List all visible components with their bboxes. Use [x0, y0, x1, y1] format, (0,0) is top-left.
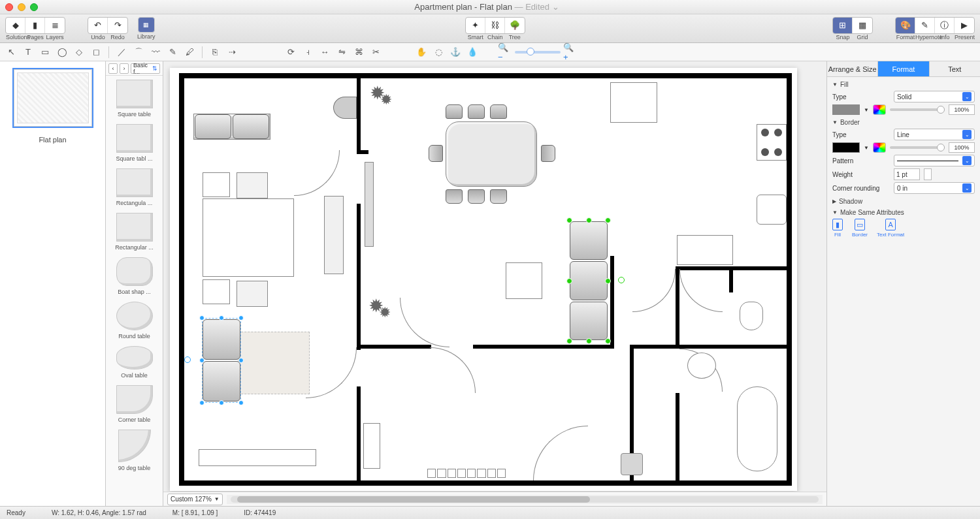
- fill-color-well[interactable]: [832, 104, 860, 115]
- section-border-header[interactable]: ▼Border: [832, 119, 975, 126]
- pointer-tool[interactable]: ↖: [4, 46, 18, 59]
- pencil-tool[interactable]: ✎: [165, 46, 180, 59]
- tab-arrange[interactable]: Arrange & Size: [827, 61, 878, 76]
- format-button[interactable]: 🎨: [896, 18, 915, 33]
- shape-item[interactable]: Corner table: [110, 385, 159, 423]
- page-thumbnail[interactable]: [14, 69, 92, 127]
- arc-tool[interactable]: ⌒: [131, 46, 146, 59]
- tab-format[interactable]: Format: [878, 61, 929, 76]
- dresser[interactable]: [324, 196, 344, 274]
- pattern-select[interactable]: ⌄: [894, 155, 975, 166]
- border-opacity-value[interactable]: 100%: [949, 142, 975, 153]
- shape-item[interactable]: Boat shap ...: [110, 257, 159, 295]
- nightstand-2[interactable]: [203, 279, 230, 304]
- fill-type-select[interactable]: Solid⌄: [894, 91, 975, 102]
- crop-tool[interactable]: ✂: [368, 46, 383, 59]
- insert-tool[interactable]: ⎘: [208, 46, 222, 59]
- smart-button[interactable]: ✦: [466, 18, 485, 33]
- toilet[interactable]: [740, 302, 763, 330]
- radiator[interactable]: [427, 469, 506, 478]
- zoom-in-button[interactable]: 🔍+: [563, 46, 578, 59]
- minimize-icon[interactable]: [18, 3, 25, 11]
- border-type-select[interactable]: Line⌄: [894, 129, 975, 140]
- border-color-picker[interactable]: [873, 142, 886, 153]
- layers-button[interactable]: ≣: [45, 18, 65, 33]
- redo-button[interactable]: ↷: [108, 18, 127, 33]
- align-tool[interactable]: ⫞: [301, 46, 315, 59]
- rect-tool[interactable]: ▭: [38, 46, 52, 59]
- connect-tool[interactable]: ⇢: [225, 46, 239, 59]
- shape-item[interactable]: 90 deg table: [110, 430, 159, 471]
- stove[interactable]: [757, 124, 787, 161]
- border-color-well[interactable]: [832, 142, 860, 153]
- fill-opacity-slider[interactable]: [890, 108, 945, 111]
- ottoman[interactable]: [621, 453, 643, 475]
- horizontal-scrollbar[interactable]: [231, 496, 819, 503]
- picture-1[interactable]: [237, 172, 268, 198]
- plant-1[interactable]: [370, 82, 399, 111]
- zoom-slider[interactable]: [515, 51, 561, 54]
- same-text-button[interactable]: AText Format: [877, 219, 904, 238]
- bed[interactable]: [203, 198, 294, 277]
- lasso-tool[interactable]: ◌: [431, 46, 446, 59]
- selected-sofa-blue[interactable]: [203, 319, 240, 402]
- text-tool[interactable]: T: [21, 46, 35, 59]
- drawing-canvas[interactable]: [163, 61, 826, 492]
- shape-list[interactable]: Square tableSquare tabl ...Rectangula ..…: [106, 76, 163, 506]
- distribute-tool[interactable]: ↔: [318, 46, 332, 59]
- sofa-loveseat[interactable]: [193, 114, 270, 140]
- bathtub[interactable]: [737, 386, 777, 471]
- shape-item[interactable]: Rectangula ...: [110, 168, 159, 206]
- half-round-seat[interactable]: [333, 97, 357, 119]
- section-shadow-header[interactable]: ▶Shadow: [832, 198, 975, 205]
- dining-chair[interactable]: [490, 104, 507, 119]
- present-button[interactable]: ▶: [955, 18, 974, 33]
- dining-table[interactable]: [446, 121, 537, 187]
- tree-button[interactable]: 🌳: [505, 18, 525, 33]
- border-opacity-slider[interactable]: [890, 146, 945, 149]
- weight-stepper[interactable]: [924, 168, 932, 180]
- pen-tool[interactable]: 🖊: [182, 46, 197, 59]
- section-same-header[interactable]: ▼Make Same Attributes: [832, 209, 975, 216]
- flip-tool[interactable]: ⇋: [335, 46, 349, 59]
- rotate-handle-icon[interactable]: [184, 356, 191, 363]
- library-button[interactable]: ▦Library: [135, 17, 158, 40]
- shape-item[interactable]: Oval table: [110, 346, 159, 379]
- tv-unit[interactable]: [365, 162, 374, 247]
- plant-2[interactable]: [368, 295, 391, 317]
- title-dropdown-caret[interactable]: ⌄: [552, 2, 559, 12]
- credenza[interactable]: [199, 449, 316, 466]
- snap-button[interactable]: ⊞: [833, 18, 853, 33]
- fill-color-picker[interactable]: [873, 104, 886, 115]
- picture-2[interactable]: [237, 281, 268, 307]
- shape-item[interactable]: Square table: [110, 80, 159, 118]
- sink-bath[interactable]: [687, 353, 716, 379]
- rhombus-tool[interactable]: ◇: [72, 46, 86, 59]
- zoom-select[interactable]: Custom 127%▼: [167, 494, 223, 505]
- fill-opacity-value[interactable]: 100%: [949, 104, 975, 115]
- ellipse-tool[interactable]: ◯: [55, 46, 69, 59]
- shape-item[interactable]: Round table: [110, 302, 159, 339]
- nightstand-1[interactable]: [203, 172, 230, 197]
- library-dropdown[interactable]: Basic f...⇅: [131, 63, 160, 74]
- hypernote-button[interactable]: ✎: [915, 18, 935, 33]
- library-forward-button[interactable]: ›: [120, 63, 129, 74]
- zoom-icon[interactable]: [30, 3, 38, 11]
- polyline-tool[interactable]: 〰: [148, 46, 163, 59]
- rotate-handle-icon[interactable]: [618, 277, 625, 283]
- section-fill-header[interactable]: ▼Fill: [832, 81, 975, 88]
- coffee-table[interactable]: [506, 262, 542, 299]
- library-back-button[interactable]: ‹: [108, 63, 118, 74]
- rotate-tool[interactable]: ⟳: [284, 46, 298, 59]
- dining-chair[interactable]: [490, 189, 507, 204]
- shape-item[interactable]: Square tabl ...: [110, 124, 159, 162]
- same-fill-button[interactable]: ▮Fill: [832, 219, 843, 238]
- dining-chair[interactable]: [446, 189, 463, 204]
- rug[interactable]: [238, 332, 310, 394]
- dining-chair[interactable]: [468, 189, 485, 204]
- corner-select[interactable]: 0 in⌄: [894, 182, 975, 194]
- tab-text[interactable]: Text: [930, 61, 980, 76]
- dining-chair[interactable]: [468, 104, 485, 119]
- dining-chair[interactable]: [429, 145, 443, 162]
- eyedrop-tool[interactable]: 💧: [465, 46, 480, 59]
